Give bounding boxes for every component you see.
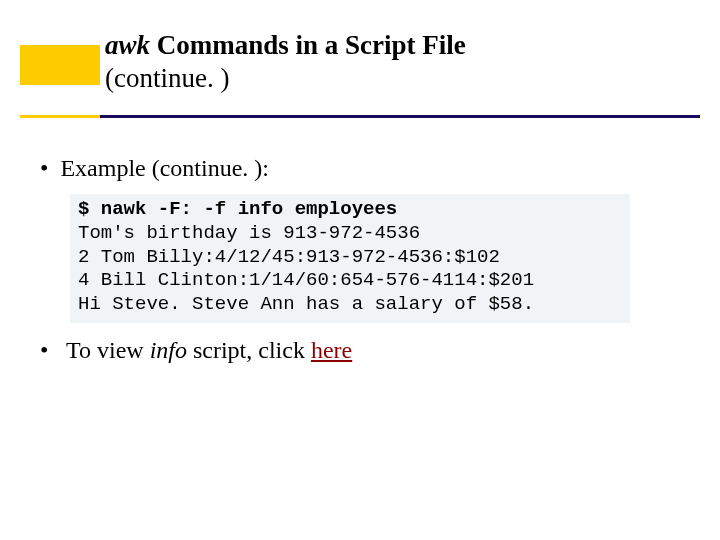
text-mid: script, click <box>187 337 311 363</box>
slide-subtitle: (continue. ) <box>105 63 466 94</box>
code-command: $ nawk -F: -f info employees <box>78 198 622 222</box>
script-name: info <box>150 337 187 363</box>
title-rest: Commands in a Script File <box>150 30 466 60</box>
slide-body: Example (continue. ): $ nawk -F: -f info… <box>30 155 690 364</box>
title-keyword: awk <box>105 30 150 60</box>
slide-title: awk Commands in a Script File <box>105 30 466 61</box>
accent-box <box>20 45 100 85</box>
title-wrap: awk Commands in a Script File (continue.… <box>105 30 466 94</box>
code-output-line: Hi Steve. Steve Ann has a salary of $58. <box>78 293 622 317</box>
text-prefix: To view <box>66 337 150 363</box>
divider <box>20 115 700 118</box>
code-output-line: 2 Tom Billy:4/12/45:913-972-4536:$102 <box>78 246 622 270</box>
bullet-view-script: To view info script, click here <box>40 337 690 364</box>
here-link[interactable]: here <box>311 337 352 363</box>
code-output-line: 4 Bill Clinton:1/14/60:654-576-4114:$201 <box>78 269 622 293</box>
bullet-example: Example (continue. ): <box>40 155 690 182</box>
code-block: $ nawk -F: -f info employees Tom's birth… <box>70 194 630 323</box>
code-output-line: Tom's birthday is 913-972-4536 <box>78 222 622 246</box>
